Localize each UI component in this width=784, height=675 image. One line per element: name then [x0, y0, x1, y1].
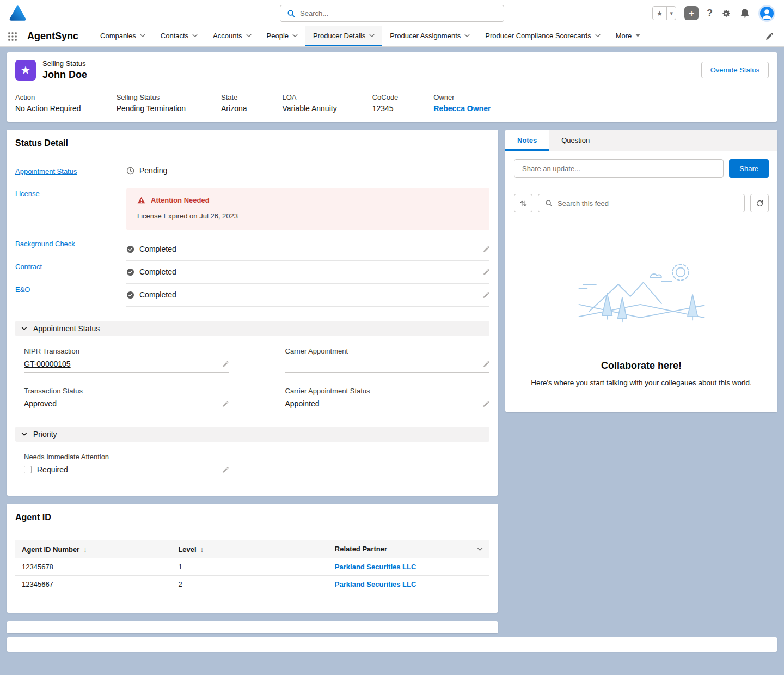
selling-status-star-icon: ★: [15, 60, 36, 81]
override-status-button[interactable]: Override Status: [701, 62, 769, 78]
tab-people[interactable]: People: [259, 26, 305, 46]
chevron-down-icon[interactable]: [292, 34, 298, 38]
tab-contacts[interactable]: Contacts: [153, 26, 205, 46]
field-cocode: CoCode 12345: [372, 93, 399, 113]
alert-title: Attention Needed: [151, 196, 210, 204]
chevron-down-icon[interactable]: [21, 326, 27, 331]
tab-companies[interactable]: Companies: [93, 26, 153, 46]
status-detail-card: Status Detail Appointment Status Pending: [7, 130, 498, 496]
edit-pencil-icon[interactable]: [222, 400, 229, 408]
cell-level: 2: [171, 576, 328, 593]
tab-label: Contacts: [161, 32, 188, 40]
edit-pencil-icon[interactable]: [482, 361, 489, 368]
highlights-fields: Action No Action Required Selling Status…: [7, 87, 777, 122]
chevron-down-icon[interactable]: [246, 34, 252, 38]
tab-producer-details[interactable]: Producer Details: [305, 26, 382, 46]
column-level[interactable]: Level↓: [171, 540, 328, 558]
section-appointment-status[interactable]: Appointment Status: [15, 321, 489, 336]
tab-more[interactable]: More: [608, 26, 648, 46]
record-titles: Selling Status John Doe: [42, 59, 87, 81]
edit-pencil-icon[interactable]: [222, 361, 229, 368]
chevron-down-icon[interactable]: [595, 34, 601, 38]
edit-pencil-icon[interactable]: [222, 466, 229, 473]
eo-link[interactable]: E&O: [15, 285, 30, 294]
help-icon[interactable]: ?: [707, 8, 713, 19]
status-value: Completed: [139, 290, 176, 299]
avatar[interactable]: [758, 5, 775, 22]
left-column: Status Detail Appointment Status Pending: [7, 130, 498, 633]
edit-pencil-icon[interactable]: [482, 400, 489, 408]
agentsync-logo: [9, 4, 27, 22]
tab-question[interactable]: Question: [549, 130, 602, 151]
feed-search-input[interactable]: [558, 199, 738, 208]
tab-producer-assignments[interactable]: Producer Assignments: [382, 26, 477, 46]
notifications-bell-icon[interactable]: [739, 8, 750, 19]
app-nav-bar: AgentSync Companies Contacts Accounts Pe…: [0, 26, 784, 47]
partner-link[interactable]: Parkland Securities LLC: [335, 580, 416, 588]
table-header-row: Agent ID Number↓ Level↓ Related Partner: [15, 540, 489, 558]
field-needs-immediate-attention: Needs Immediate Attention Required: [24, 453, 229, 478]
cell-partner: Parkland Securities LLC: [328, 576, 489, 593]
favorites-control[interactable]: ★ ▾: [652, 6, 676, 20]
mountains-illustration: [522, 256, 761, 332]
feed-empty-state: Collaborate here! Here's where you start…: [505, 214, 777, 412]
section-title: Appointment Status: [33, 324, 100, 333]
empty-state-title: Collaborate here!: [522, 360, 761, 372]
refresh-icon[interactable]: [750, 194, 769, 212]
caret-down-icon[interactable]: [635, 34, 640, 37]
setup-gear-icon[interactable]: [721, 8, 731, 19]
status-row-license: License Attention Needed License Expired…: [15, 188, 489, 238]
license-link[interactable]: License: [15, 190, 40, 198]
partner-link[interactable]: Parkland Securities LLC: [335, 563, 416, 571]
favorites-star-icon[interactable]: ★: [653, 7, 667, 20]
tab-notes[interactable]: Notes: [505, 130, 549, 151]
chevron-down-icon[interactable]: [464, 34, 470, 38]
header-actions: ★ ▾ + ?: [652, 5, 775, 22]
feed-search-box[interactable]: [538, 194, 745, 212]
partial-card: [7, 621, 498, 633]
share-button[interactable]: Share: [729, 159, 769, 178]
feed-tabs: Notes Question: [505, 130, 777, 151]
tab-accounts[interactable]: Accounts: [205, 26, 259, 46]
field-carrier-appointment-status: Carrier Appointment Status Appointed: [285, 387, 490, 412]
favorites-caret-icon[interactable]: ▾: [666, 7, 676, 20]
field-selling-status: Selling Status Pending Termination: [117, 93, 186, 113]
section-priority[interactable]: Priority: [15, 427, 489, 442]
field-transaction-status: Transaction Status Approved: [24, 387, 229, 412]
chevron-down-icon[interactable]: [369, 34, 375, 38]
appointment-status-link[interactable]: Appointment Status: [15, 167, 77, 175]
record-highlights-panel: ★ Selling Status John Doe Override Statu…: [7, 52, 777, 122]
status-rows: Appointment Status Pending License: [15, 166, 489, 307]
nipr-transaction-link[interactable]: GT-00000105: [24, 360, 71, 368]
edit-pencil-icon[interactable]: [482, 269, 489, 276]
app-launcher-icon[interactable]: [8, 26, 27, 46]
check-circle-icon: [126, 245, 134, 253]
chevron-down-icon[interactable]: [192, 34, 198, 38]
column-related-partner[interactable]: Related Partner: [328, 540, 489, 558]
global-search-input[interactable]: [300, 9, 497, 17]
edit-nav-pencil-icon[interactable]: [765, 26, 773, 46]
tab-label: Producer Details: [313, 32, 365, 40]
column-agent-id-number[interactable]: Agent ID Number↓: [15, 540, 171, 558]
edit-pencil-icon[interactable]: [482, 246, 489, 253]
sort-desc-icon: ↓: [200, 546, 204, 554]
chevron-down-icon[interactable]: [140, 34, 145, 38]
status-row-eo: E&O Completed: [15, 284, 489, 307]
owner-link[interactable]: Rebecca Owner: [433, 104, 491, 113]
share-update-input[interactable]: [514, 159, 724, 178]
collaboration-feed-card: Notes Question Share: [505, 130, 777, 412]
global-search-box[interactable]: [280, 5, 504, 22]
tab-producer-compliance-scorecards[interactable]: Producer Compliance Scorecards: [477, 26, 608, 46]
contract-link[interactable]: Contract: [15, 263, 42, 271]
table-row: 12345678 1 Parkland Securities LLC: [15, 558, 489, 576]
license-alert: Attention Needed License Expired on Jul …: [126, 188, 489, 230]
sort-feed-icon[interactable]: [514, 194, 532, 212]
chevron-down-icon[interactable]: [477, 545, 483, 554]
status-row-appointment: Appointment Status Pending: [15, 166, 489, 188]
global-actions-add-icon[interactable]: +: [684, 6, 699, 20]
edit-pencil-icon[interactable]: [482, 291, 489, 299]
chevron-down-icon[interactable]: [21, 432, 27, 436]
background-check-link[interactable]: Background Check: [15, 240, 75, 248]
section-title: Priority: [33, 430, 57, 439]
required-checkbox[interactable]: [24, 466, 32, 473]
